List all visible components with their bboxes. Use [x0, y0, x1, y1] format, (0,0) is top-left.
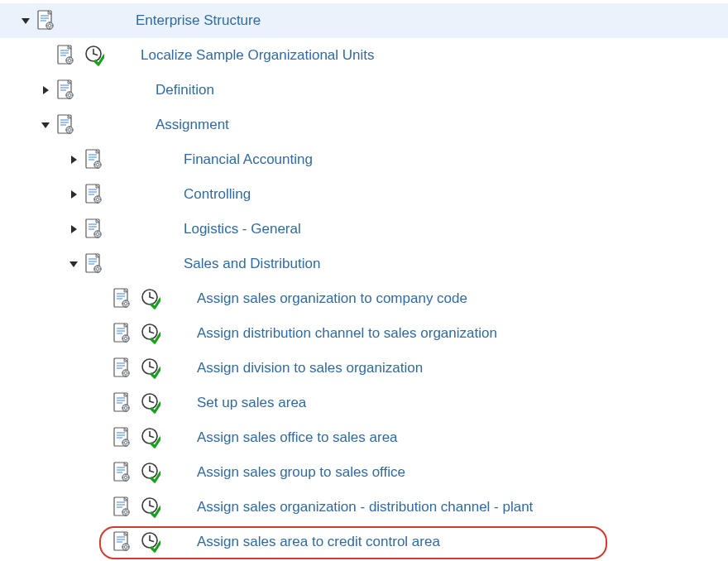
execute-icon[interactable] — [141, 289, 160, 309]
tree-node-label: Definition — [156, 82, 214, 98]
tree-node-label: Assign sales organization to company cod… — [197, 290, 467, 307]
execute-icon[interactable] — [141, 358, 160, 378]
tree-node-assign-sales-org-to-company-code[interactable]: Assign sales organization to company cod… — [0, 281, 728, 316]
tree-node-localize-sample-org-units[interactable]: Localize Sample Organizational Units — [0, 38, 728, 73]
tree-node-label: Assign distribution channel to sales org… — [197, 325, 497, 342]
tree-node-logistics-general[interactable]: Logistics - General — [0, 212, 728, 247]
document-icon — [113, 392, 131, 414]
document-icon — [113, 427, 131, 448]
tree-node-assign-sales-area-to-credit-control-area[interactable]: Assign sales area to credit control area — [0, 525, 728, 559]
tree-node-label: Enterprise Structure — [136, 12, 261, 29]
tree-node-controlling[interactable]: Controlling — [0, 177, 728, 212]
tree-node-label: Assignment — [156, 117, 229, 133]
tree-node-label: Localize Sample Organizational Units — [141, 47, 375, 64]
execute-icon[interactable] — [141, 497, 160, 517]
document-icon — [113, 323, 131, 344]
document-icon — [56, 79, 74, 101]
document-icon — [113, 531, 131, 553]
tree-node-label: Assign sales organization - distribution… — [197, 499, 533, 515]
expander-icon[interactable] — [68, 189, 79, 200]
tree-node-assign-sales-group-to-sales-office[interactable]: Assign sales group to sales office — [0, 455, 728, 490]
tree-node-label: Financial Accounting — [184, 151, 313, 168]
execute-icon[interactable] — [141, 393, 160, 413]
document-icon — [113, 357, 131, 379]
tree-node-assign-division-to-sales-org[interactable]: Assign division to sales organization — [0, 351, 728, 386]
execute-icon[interactable] — [141, 463, 160, 482]
document-icon — [56, 45, 74, 66]
tree-node-financial-accounting[interactable]: Financial Accounting — [0, 142, 728, 177]
tree-node-assign-dist-channel-to-sales-org[interactable]: Assign distribution channel to sales org… — [0, 316, 728, 351]
tree-node-enterprise-structure[interactable]: Enterprise Structure — [0, 3, 728, 38]
tree-node-label: Sales and Distribution — [184, 256, 320, 272]
img-tree: Enterprise Structure Localize Sample Org… — [0, 0, 728, 561]
expander-icon[interactable] — [68, 258, 79, 270]
expander-icon[interactable] — [40, 84, 51, 96]
tree-node-label: Set up sales area — [197, 395, 306, 411]
document-icon — [84, 184, 103, 205]
execute-icon[interactable] — [141, 324, 160, 343]
execute-icon[interactable] — [141, 428, 160, 448]
tree-node-label: Assign division to sales organization — [197, 360, 423, 376]
execute-icon[interactable] — [84, 46, 104, 65]
tree-node-label: Controlling — [184, 186, 251, 203]
tree-node-label: Logistics - General — [184, 221, 301, 237]
tree-node-sales-and-distribution[interactable]: Sales and Distribution — [0, 247, 728, 281]
document-icon — [36, 10, 55, 31]
document-icon — [113, 288, 131, 309]
expander-icon[interactable] — [40, 119, 51, 131]
document-icon — [84, 253, 103, 275]
document-icon — [113, 496, 131, 518]
tree-node-label: Assign sales office to sales area — [197, 429, 398, 446]
tree-node-assign-sales-office-to-sales-area[interactable]: Assign sales office to sales area — [0, 420, 728, 455]
expander-icon[interactable] — [68, 223, 79, 235]
document-icon — [113, 462, 131, 483]
tree-node-set-up-sales-area[interactable]: Set up sales area — [0, 386, 728, 420]
expander-icon[interactable] — [20, 15, 31, 26]
expander-icon[interactable] — [68, 154, 79, 165]
tree-node-definition[interactable]: Definition — [0, 73, 728, 108]
tree-node-label: Assign sales area to credit control area — [197, 534, 440, 550]
tree-node-label: Assign sales group to sales office — [197, 464, 405, 481]
execute-icon[interactable] — [141, 532, 160, 552]
document-icon — [84, 218, 103, 240]
tree-node-assign-sales-org-dist-channel-plant[interactable]: Assign sales organization - distribution… — [0, 490, 728, 525]
document-icon — [84, 149, 103, 170]
document-icon — [56, 114, 74, 136]
tree-node-assignment[interactable]: Assignment — [0, 108, 728, 142]
